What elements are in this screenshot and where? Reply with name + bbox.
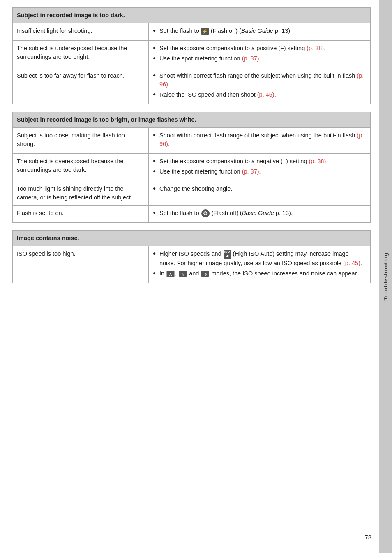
ref-link[interactable]: (p. 96): [159, 72, 364, 88]
list-item: Use the spot metering function (p. 37).: [153, 167, 366, 176]
ref-link[interactable]: (p. 45): [343, 260, 360, 266]
ref-link[interactable]: (p. 38): [309, 158, 326, 164]
list-item: Change the shooting angle.: [153, 185, 366, 193]
list-item: Use the spot metering function (p. 37).: [153, 54, 366, 63]
ref-link[interactable]: (p. 96): [159, 132, 364, 147]
flash-on-icon: ⚡: [201, 28, 209, 35]
table-row: Too much light is shining directly into …: [13, 181, 371, 206]
list-item: Raise the ISO speed and then shoot (p. 4…: [153, 90, 366, 99]
solution-cell: Set the flash to ⊘ (Flash off) (Basic Gu…: [148, 206, 370, 223]
list-item: Higher ISO speeds and ISOHI (High ISO Au…: [153, 250, 366, 268]
cause-cell: Subject is too close, making the flash t…: [13, 128, 149, 154]
table-row: The subject is underexposed because the …: [13, 41, 371, 68]
cause-cell: The subject is underexposed because the …: [13, 41, 149, 68]
scene-b-icon: ☆: [179, 271, 187, 277]
scene-a-icon: A: [166, 271, 175, 277]
list-item: Shoot within correct flash range of the …: [153, 131, 366, 148]
page-wrapper: Subject in recorded image is too dark. I…: [0, 0, 392, 553]
list-item: In A, ☆ and ☽ modes, the ISO speed incre…: [153, 269, 366, 278]
table-row: ISO speed is too high. Higher ISO speeds…: [13, 246, 371, 283]
ref-link[interactable]: (p. 37): [242, 168, 259, 175]
noise-table: Image contains noise. ISO speed is too h…: [12, 230, 371, 283]
cause-cell: ISO speed is too high.: [13, 246, 149, 283]
side-tab: Troubleshooting: [379, 0, 392, 553]
cause-cell: Too much light is shining directly into …: [13, 181, 149, 206]
ref-link[interactable]: (p. 37): [242, 55, 259, 62]
table-row: Subject is too far away for flash to rea…: [13, 68, 371, 104]
too-dark-table: Subject in recorded image is too dark. I…: [12, 7, 371, 104]
list-item: Set the exposure compensation to a negat…: [153, 157, 366, 166]
table-row: Flash is set to on. Set the flash to ⊘ (…: [13, 206, 371, 223]
too-bright-table: Subject in recorded image is too bright,…: [12, 112, 371, 223]
italic-text: Basic Guide: [241, 28, 273, 34]
solution-cell: Higher ISO speeds and ISOHI (High ISO Au…: [148, 246, 370, 283]
main-content: Subject in recorded image is too dark. I…: [0, 0, 379, 553]
cause-cell: The subject is overexposed because the s…: [13, 154, 149, 181]
table-row: Subject is too close, making the flash t…: [13, 128, 371, 154]
section-header-too-dark: Subject in recorded image is too dark.: [13, 8, 371, 23]
solution-cell: Shoot within correct flash range of the …: [148, 128, 370, 154]
table-row: Insufficient light for shooting. Set the…: [13, 23, 371, 41]
solution-cell: Shoot within correct flash range of the …: [148, 68, 370, 104]
page-number: 73: [364, 534, 371, 541]
scene-c-icon: ☽: [201, 271, 209, 277]
and-text: and: [189, 270, 199, 277]
list-item: Set the exposure compensation to a posit…: [153, 44, 366, 53]
solution-cell: Change the shooting angle.: [148, 181, 370, 206]
ref-link[interactable]: (p. 45): [257, 91, 274, 98]
list-item: Set the flash to ⊘ (Flash off) (Basic Gu…: [153, 209, 366, 217]
cause-cell: Subject is too far away for flash to rea…: [13, 68, 149, 104]
iso-hi-icon: ISOHI: [224, 250, 231, 259]
table-row: The subject is overexposed because the s…: [13, 154, 371, 181]
ref-link[interactable]: (p. 38): [307, 45, 324, 51]
solution-cell: Set the exposure compensation to a posit…: [148, 41, 370, 68]
section-header-noise: Image contains noise.: [13, 231, 371, 246]
list-item: Set the flash to ⚡ (Flash on) (Basic Gui…: [153, 27, 366, 35]
list-item: Shoot within correct flash range of the …: [153, 72, 366, 89]
section-header-too-bright: Subject in recorded image is too bright,…: [13, 112, 371, 128]
solution-cell: Set the exposure compensation to a negat…: [148, 154, 370, 181]
solution-cell: Set the flash to ⚡ (Flash on) (Basic Gui…: [148, 23, 370, 41]
flash-off-icon: ⊘: [201, 209, 210, 217]
cause-cell: Insufficient light for shooting.: [13, 23, 149, 41]
side-tab-label: Troubleshooting: [383, 252, 389, 301]
cause-cell: Flash is set to on.: [13, 206, 149, 223]
italic-text: Basic Guide: [242, 210, 274, 216]
